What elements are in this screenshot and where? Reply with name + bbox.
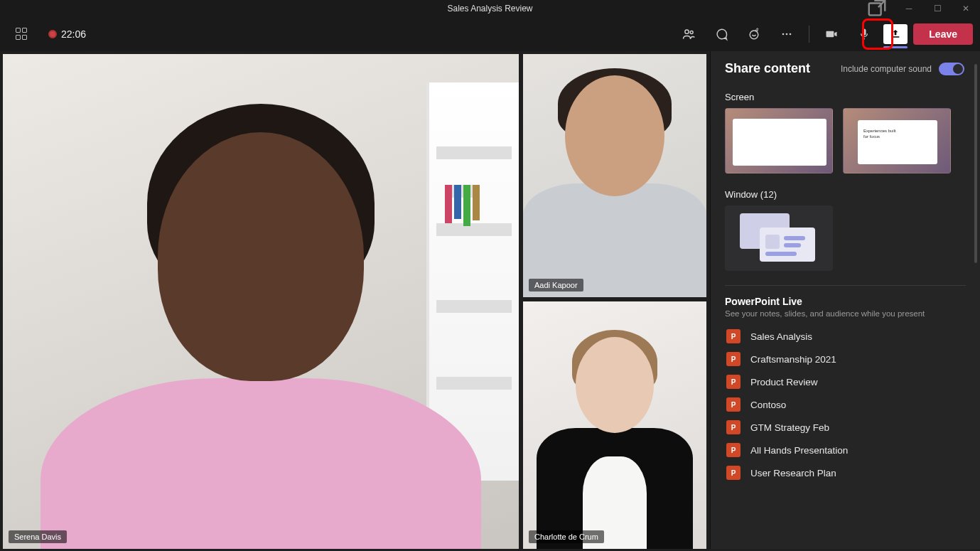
file-label: Product Review bbox=[750, 377, 818, 387]
reactions-button[interactable] bbox=[741, 21, 768, 47]
meeting-toolbar: 22:06 Leave bbox=[0, 17, 980, 51]
file-label: GTM Strategy Feb bbox=[750, 422, 829, 433]
file-label: User Research Plan bbox=[750, 468, 836, 478]
file-item[interactable]: Craftsmanship 2021 bbox=[725, 348, 966, 370]
window-icon bbox=[740, 213, 818, 263]
participant-tile-main[interactable]: Serena Davis bbox=[3, 54, 519, 549]
video-grid: Serena Davis Aadi Kapoor Charlotte de Cr… bbox=[0, 51, 710, 551]
leave-button[interactable]: Leave bbox=[913, 23, 973, 45]
powerpoint-live-subtitle: See your notes, slides, and audience whi… bbox=[725, 309, 966, 318]
title-bar: Sales Analysis Review ─ ☐ ✕ bbox=[0, 0, 980, 17]
gallery-view-button[interactable] bbox=[9, 21, 36, 47]
meeting-timer: 22:06 bbox=[61, 28, 86, 40]
more-button[interactable] bbox=[773, 21, 800, 47]
participant-name-b: Charlotte de Crum bbox=[529, 530, 604, 543]
include-sound-label: Include computer sound bbox=[841, 64, 932, 74]
file-item[interactable]: GTM Strategy Feb bbox=[725, 416, 966, 439]
svg-point-1 bbox=[685, 30, 689, 33]
svg-point-4 bbox=[782, 33, 785, 36]
participant-name-main: Serena Davis bbox=[9, 530, 67, 543]
powerpoint-live-title: PowerPoint Live bbox=[725, 296, 966, 307]
powerpoint-icon bbox=[726, 420, 741, 434]
participant-name-a: Aadi Kapoor bbox=[529, 279, 583, 291]
powerpoint-file-list: Sales Analysis Craftsmanship 2021 Produc… bbox=[725, 325, 966, 484]
powerpoint-icon bbox=[726, 397, 741, 412]
recording-indicator: 22:06 bbox=[48, 28, 86, 40]
scrollbar[interactable] bbox=[974, 64, 977, 263]
include-sound-toggle[interactable] bbox=[939, 63, 964, 75]
window-thumb[interactable] bbox=[725, 205, 833, 271]
window-title: Sales Analysis Review bbox=[447, 4, 532, 14]
window-section-label: Window (12) bbox=[725, 189, 966, 200]
people-button[interactable] bbox=[675, 21, 702, 47]
close-button[interactable]: ✕ bbox=[952, 0, 980, 17]
participant-tile-a[interactable]: Aadi Kapoor bbox=[523, 54, 706, 297]
toolbar-separator bbox=[809, 26, 809, 43]
svg-point-2 bbox=[690, 31, 693, 34]
powerpoint-icon bbox=[726, 466, 741, 480]
minimize-button[interactable]: ─ bbox=[895, 0, 923, 17]
file-label: Sales Analysis bbox=[750, 331, 812, 342]
screen-thumb-1[interactable] bbox=[725, 108, 833, 173]
powerpoint-icon bbox=[726, 352, 741, 366]
file-item[interactable]: User Research Plan bbox=[725, 461, 966, 484]
file-label: Craftsmanship 2021 bbox=[750, 354, 836, 365]
svg-point-5 bbox=[786, 33, 788, 36]
screen-thumb-2[interactable]: Experiences built for focus bbox=[843, 108, 951, 173]
file-item[interactable]: Product Review bbox=[725, 370, 966, 393]
screen-section-label: Screen bbox=[725, 92, 966, 102]
svg-point-6 bbox=[790, 33, 792, 36]
file-item[interactable]: Sales Analysis bbox=[725, 325, 966, 348]
powerpoint-icon bbox=[726, 329, 741, 343]
chat-button[interactable] bbox=[708, 21, 735, 47]
file-label: Contoso bbox=[750, 400, 786, 410]
share-panel: Share content Include computer sound Scr… bbox=[710, 51, 980, 549]
share-button[interactable] bbox=[883, 24, 908, 44]
file-label: All Hands Presentation bbox=[750, 445, 848, 456]
powerpoint-icon bbox=[726, 443, 741, 457]
file-item[interactable]: All Hands Presentation bbox=[725, 439, 966, 461]
svg-rect-0 bbox=[869, 4, 881, 16]
svg-point-3 bbox=[750, 31, 758, 39]
mic-button[interactable] bbox=[851, 21, 878, 47]
file-item[interactable]: Contoso bbox=[725, 393, 966, 416]
maximize-button[interactable]: ☐ bbox=[923, 0, 952, 17]
camera-button[interactable] bbox=[818, 21, 845, 47]
panel-divider bbox=[725, 285, 966, 286]
record-icon bbox=[48, 30, 57, 38]
participant-tile-b[interactable]: Charlotte de Crum bbox=[523, 301, 706, 549]
popout-icon[interactable] bbox=[866, 0, 888, 17]
powerpoint-icon bbox=[726, 375, 741, 389]
